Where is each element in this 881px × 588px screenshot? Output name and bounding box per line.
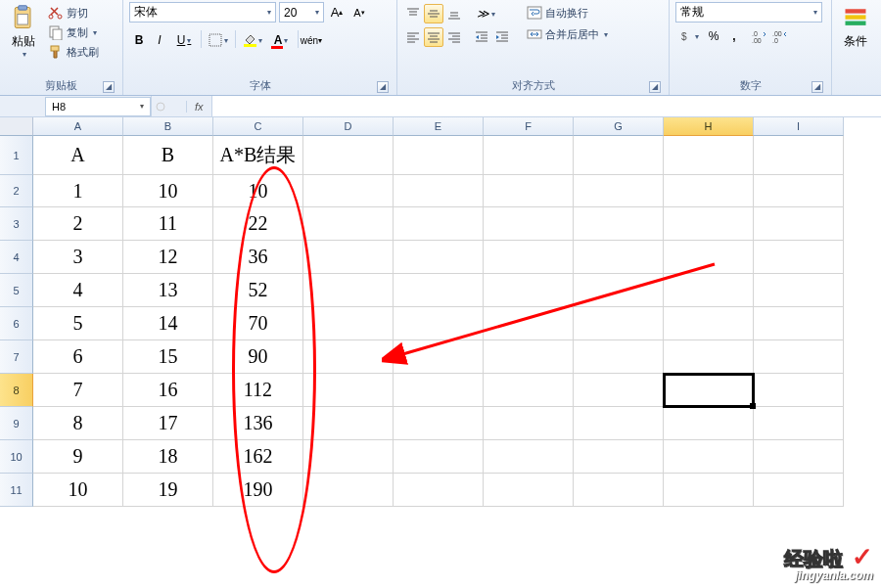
column-header[interactable]: D (303, 117, 394, 136)
cell[interactable] (394, 207, 484, 241)
cell[interactable] (754, 207, 844, 241)
cell[interactable] (484, 340, 574, 374)
align-left-button[interactable] (403, 27, 423, 47)
cell[interactable]: 19 (123, 474, 213, 507)
cell[interactable] (754, 407, 844, 440)
wrap-text-button[interactable]: 自动换行 (524, 4, 611, 22)
phonetic-button[interactable]: wén▾ (301, 30, 321, 50)
cell[interactable] (484, 136, 574, 175)
cell[interactable]: 52 (213, 274, 303, 307)
cell[interactable]: 3 (33, 241, 123, 274)
comma-button[interactable]: , (724, 26, 744, 46)
cell[interactable]: 17 (123, 407, 213, 440)
cell[interactable] (303, 407, 394, 440)
row-header[interactable]: 7 (0, 340, 33, 374)
cell[interactable] (754, 474, 844, 507)
merge-center-button[interactable]: 合并后居中▾ (524, 25, 611, 43)
cell[interactable]: 12 (123, 241, 213, 274)
copy-button[interactable]: 复制▾ (45, 23, 102, 41)
dialog-launcher-icon[interactable]: ◢ (649, 81, 661, 93)
conditional-format-button[interactable]: 条件 (838, 2, 873, 52)
cell[interactable] (303, 340, 394, 374)
cell[interactable] (754, 374, 844, 407)
cut-button[interactable]: 剪切 (45, 4, 102, 22)
number-format-select[interactable]: 常规 ▾ (675, 2, 822, 23)
fx-icon[interactable]: fx (195, 101, 204, 113)
align-center-button[interactable] (424, 27, 443, 47)
cell[interactable]: 190 (213, 474, 303, 507)
column-header[interactable]: H (664, 117, 754, 136)
cell[interactable] (303, 241, 394, 274)
bold-button[interactable]: B (129, 30, 149, 50)
cell[interactable] (574, 440, 664, 474)
cell[interactable]: 70 (213, 307, 303, 340)
increase-font-button[interactable]: A▴ (327, 3, 347, 23)
cell[interactable] (394, 440, 484, 474)
cell[interactable] (574, 175, 664, 207)
cell[interactable] (754, 241, 844, 274)
cell[interactable] (484, 207, 574, 241)
cell[interactable] (664, 340, 754, 374)
cell[interactable]: A (33, 136, 123, 175)
cell[interactable] (664, 241, 754, 274)
cell[interactable] (394, 407, 484, 440)
row-header[interactable]: 8 (0, 374, 33, 407)
cell[interactable]: 10 (213, 175, 303, 207)
cell[interactable] (303, 374, 394, 407)
name-box[interactable]: H8 ▾ (45, 97, 151, 116)
cell[interactable] (394, 136, 484, 175)
cell[interactable] (664, 175, 754, 207)
cell[interactable] (484, 175, 574, 207)
cell[interactable] (303, 136, 394, 175)
cell[interactable] (754, 440, 844, 474)
cell[interactable] (574, 474, 664, 507)
cell[interactable]: 14 (123, 307, 213, 340)
cell[interactable] (394, 340, 484, 374)
cell[interactable] (664, 474, 754, 507)
cell[interactable] (303, 474, 394, 507)
cell[interactable]: 9 (33, 440, 123, 474)
align-bottom-button[interactable] (444, 4, 464, 23)
cell[interactable]: 4 (33, 274, 123, 307)
column-header[interactable]: F (484, 117, 574, 136)
cell[interactable] (303, 207, 394, 241)
cell[interactable]: 22 (213, 207, 303, 241)
cell[interactable] (664, 307, 754, 340)
column-header[interactable]: E (394, 117, 484, 136)
select-all-corner[interactable] (0, 117, 33, 136)
italic-button[interactable]: I (150, 30, 169, 50)
formula-input[interactable] (211, 96, 881, 116)
cell[interactable]: A*B结果 (213, 136, 303, 175)
cell[interactable] (574, 207, 664, 241)
cell[interactable] (574, 407, 664, 440)
dialog-launcher-icon[interactable]: ◢ (103, 81, 115, 93)
align-top-button[interactable] (403, 4, 423, 23)
orientation-button[interactable]: ≫▾ (472, 4, 499, 23)
cell[interactable] (574, 374, 664, 407)
cell[interactable] (754, 136, 844, 175)
cell[interactable]: 11 (123, 207, 213, 241)
cell[interactable] (574, 340, 664, 374)
cell[interactable]: 10 (123, 175, 213, 207)
borders-button[interactable]: ▾ (205, 30, 232, 50)
font-name-select[interactable]: 宋体 ▾ (129, 2, 276, 23)
row-header[interactable]: 6 (0, 307, 33, 340)
cell[interactable] (484, 440, 574, 474)
cell[interactable]: 10 (33, 474, 123, 507)
row-header[interactable]: 2 (0, 175, 33, 207)
cell[interactable] (574, 136, 664, 175)
cell[interactable] (664, 207, 754, 241)
align-middle-button[interactable] (424, 4, 443, 23)
row-header[interactable]: 4 (0, 241, 33, 274)
font-size-select[interactable]: 20 ▾ (279, 2, 324, 23)
row-header[interactable]: 9 (0, 407, 33, 440)
cell[interactable]: 15 (123, 340, 213, 374)
cell[interactable]: 36 (213, 241, 303, 274)
cell[interactable] (574, 307, 664, 340)
expand-icon[interactable] (155, 101, 166, 113)
cell[interactable] (664, 274, 754, 307)
cell[interactable] (484, 274, 574, 307)
cell[interactable]: 16 (123, 374, 213, 407)
cell[interactable]: B (123, 136, 213, 175)
cell[interactable]: 8 (33, 407, 123, 440)
